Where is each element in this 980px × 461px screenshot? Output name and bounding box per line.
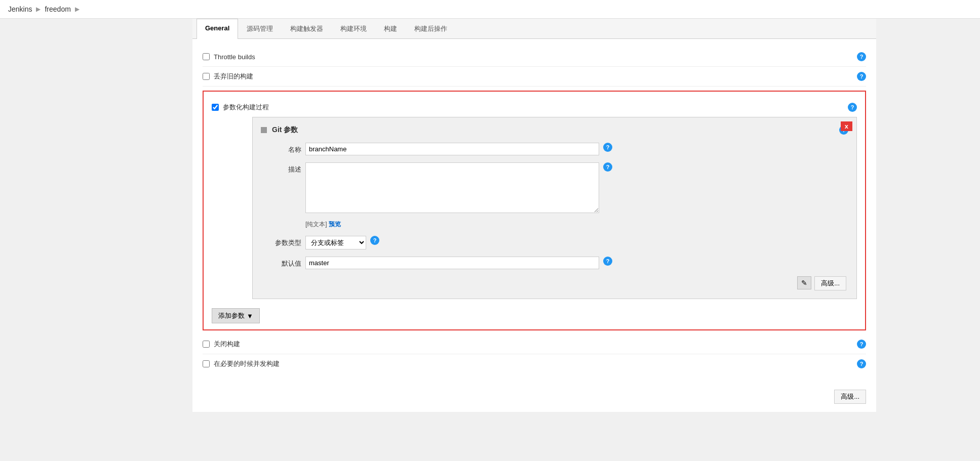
dropdown-arrow-icon: ▼ — [247, 312, 253, 320]
param-type-row: 参数类型 分支或标签 分支 标签 修订版本 Pull Request ? — [261, 236, 848, 249]
concurrent-build-label[interactable]: 在必要的时候并发构建 — [203, 359, 857, 368]
param-type-select[interactable]: 分支或标签 分支 标签 修订版本 Pull Request — [305, 236, 366, 249]
breadcrumb-bar: Jenkins ▶ freedom ▶ — [0, 0, 980, 19]
param-type-label: 参数类型 — [261, 236, 301, 247]
concurrent-build-checkbox[interactable] — [203, 360, 210, 367]
parameterized-checkbox[interactable] — [212, 104, 219, 111]
default-value-row: 默认值 ? — [261, 257, 848, 269]
disable-build-checkbox[interactable] — [203, 341, 210, 348]
tab-triggers[interactable]: 构建触发器 — [282, 19, 332, 38]
discard-builds-help[interactable]: ? — [857, 72, 866, 81]
git-params-actions: ✎ 高级... — [261, 276, 848, 290]
breadcrumb-sep-1: ▶ — [36, 6, 41, 13]
param-type-help[interactable]: ? — [370, 236, 379, 245]
disable-build-help[interactable]: ? — [857, 340, 866, 349]
discard-builds-checkbox[interactable] — [203, 73, 210, 80]
preview-text: [纯文本] 预览 — [305, 220, 848, 229]
name-help[interactable]: ? — [603, 143, 612, 152]
parameterized-section: 参数化构建过程 ? x Git 参数 ? 名称 — [203, 91, 866, 330]
desc-help[interactable]: ? — [603, 162, 612, 172]
git-params-icon — [261, 127, 267, 133]
default-value-label: 默认值 — [261, 257, 301, 268]
default-value-help[interactable]: ? — [603, 257, 612, 266]
default-value-control-wrap: ? — [305, 257, 848, 269]
throttle-builds-help[interactable]: ? — [857, 52, 866, 61]
config-panel: General 源码管理 构建触发器 构建环境 构建 构建后操作 — [192, 19, 876, 412]
desc-field-row: 描述 ? — [261, 162, 848, 213]
global-actions: 高级... — [192, 382, 876, 412]
preview-link[interactable]: 预览 — [329, 221, 341, 228]
edit-icon-button[interactable]: ✎ — [797, 276, 811, 289]
name-label: 名称 — [261, 143, 301, 154]
disable-build-label[interactable]: 关闭构建 — [203, 340, 857, 349]
param-type-control-wrap: 分支或标签 分支 标签 修订版本 Pull Request ? — [305, 236, 848, 249]
freedom-breadcrumb[interactable]: freedom — [45, 5, 70, 13]
discard-builds-label[interactable]: 丢弃旧的构建 — [203, 72, 857, 81]
tabs-bar: General 源码管理 构建触发器 构建环境 构建 构建后操作 — [192, 19, 876, 39]
throttle-builds-row: Throttle builds ? — [203, 47, 866, 67]
close-git-params-button[interactable]: x — [841, 121, 852, 131]
tab-env[interactable]: 构建环境 — [332, 19, 375, 38]
desc-label: 描述 — [261, 162, 301, 174]
breadcrumb-sep-2: ▶ — [75, 6, 80, 13]
parameterized-help[interactable]: ? — [848, 103, 857, 112]
throttle-builds-label[interactable]: Throttle builds — [203, 53, 857, 61]
jenkins-breadcrumb[interactable]: Jenkins — [8, 5, 32, 13]
parameterized-row: 参数化构建过程 ? — [212, 98, 857, 112]
desc-textarea[interactable] — [305, 162, 599, 213]
tab-general[interactable]: General — [197, 19, 238, 39]
concurrent-build-row: 在必要的时候并发构建 ? — [203, 354, 866, 373]
throttle-builds-checkbox[interactable] — [203, 53, 210, 60]
tab-content-general: Throttle builds ? 丢弃旧的构建 ? 参数化构建过程 — [192, 39, 876, 382]
discard-builds-row: 丢弃旧的构建 ? — [203, 67, 866, 87]
name-field-row: 名称 ? — [261, 143, 848, 155]
concurrent-build-help[interactable]: ? — [857, 359, 866, 368]
default-value-input[interactable] — [305, 257, 599, 269]
name-input[interactable] — [305, 143, 599, 155]
git-params-card: x Git 参数 ? 名称 ? — [252, 117, 857, 299]
git-advanced-button[interactable]: 高级... — [814, 276, 846, 290]
git-params-title: Git 参数 ? — [261, 125, 848, 135]
tab-build[interactable]: 构建 — [375, 19, 406, 38]
disable-build-row: 关闭构建 ? — [203, 334, 866, 354]
parameterized-label[interactable]: 参数化构建过程 — [212, 103, 848, 112]
tab-source[interactable]: 源码管理 — [238, 19, 282, 38]
name-control-wrap: ? — [305, 143, 848, 155]
add-param-button[interactable]: 添加参数 ▼ — [212, 308, 260, 323]
desc-control-wrap: ? — [305, 162, 848, 213]
global-advanced-button[interactable]: 高级... — [834, 390, 866, 404]
tab-post-build[interactable]: 构建后操作 — [406, 19, 456, 38]
pencil-icon: ✎ — [801, 279, 807, 287]
main-content: General 源码管理 构建触发器 构建环境 构建 构建后操作 — [0, 19, 980, 412]
